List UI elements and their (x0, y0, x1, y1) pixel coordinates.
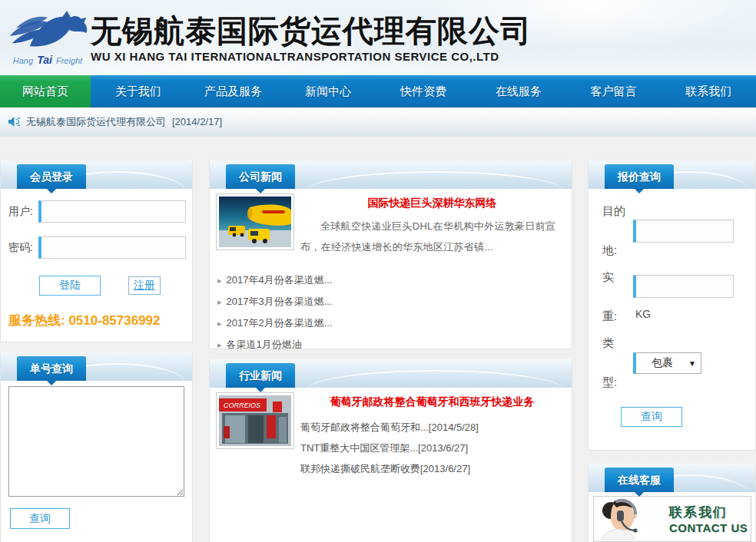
contact-us-en: CONTACT US (669, 521, 748, 534)
company-news-title: 公司新闻 (226, 164, 295, 189)
industry-news-header: 行业新闻 (210, 359, 572, 388)
tracking-query-title: 单号查询 (17, 356, 86, 381)
page-root: Hang Tai Freight 无锡航泰国际货运代理有限公司 WU XI HA… (0, 0, 756, 542)
online-service-title: 在线客服 (605, 468, 674, 492)
nav-item-about[interactable]: 关于我们 (91, 75, 186, 107)
panel-tracking-query: 单号查询 查询 (0, 352, 193, 542)
company-news-list-item[interactable]: ▸2017年4月份各渠道燃... (217, 269, 572, 291)
destination-label: 目的地: (602, 200, 633, 263)
company-title-cn: 无锡航泰国际货运代理有限公司 (91, 14, 532, 48)
weight-unit: KG (635, 308, 748, 320)
left-column: 会员登录 用户: 密码: 登陆 注册 服务热线: 0510-85 (0, 160, 193, 542)
panel-quote-query: 报价查询 目的地: 实重: KG 类型: (588, 160, 756, 451)
panel-industry-news: 行业新闻 CORREIOS (209, 359, 572, 542)
company-news-summary: 全球航空快递业巨头DHL在华机构中外运敦豪日前宣布，在经济快速增长的华东地区江苏… (300, 216, 564, 257)
service-hotline: 服务热线: 0510-85736992 (8, 312, 192, 329)
company-news-list: ▸2017年4月份各渠道燃... ▸2017年3月份各渠道燃... ▸2017年… (217, 269, 572, 355)
type-label: 类型: (602, 332, 633, 395)
chevron-down-icon: ▼ (688, 359, 696, 368)
tracking-query-body: 查询 (1, 381, 192, 542)
nav-item-home[interactable]: 网站首页 (0, 75, 91, 107)
quote-query-body: 目的地: 实重: KG 类型: 包裹 (589, 189, 755, 450)
industry-news-photo[interactable]: CORREIOS (216, 392, 294, 449)
company-news-list-item[interactable]: ▸2017年3月份各渠道燃... (217, 291, 572, 312)
bullet-icon: ▸ (217, 276, 222, 285)
announcement-link[interactable]: 无锡航泰国际货运代理有限公司 (26, 115, 166, 129)
logo-tagline: Hang Tai Freight (13, 54, 82, 66)
nav-item-products[interactable]: 产品及服务 (186, 75, 281, 107)
panel-online-service: 在线客服 (588, 464, 756, 542)
nav-item-news-center[interactable]: 新闻中心 (280, 75, 376, 107)
panel-member-login: 会员登录 用户: 密码: 登陆 注册 服务热线: 0510-85 (0, 160, 193, 342)
quote-query-header: 报价查询 (589, 160, 755, 189)
login-button[interactable]: 登陆 (39, 276, 101, 296)
horse-logo-icon (7, 9, 88, 57)
tracking-query-button[interactable]: 查询 (10, 508, 70, 529)
tracking-query-header: 单号查询 (1, 352, 192, 381)
company-news-header: 公司新闻 (210, 160, 572, 189)
company-news-body: 国际快递巨头深耕华东网络 全球航空快递业巨头DHL在华机构中外运敦豪日前宣布，在… (210, 189, 572, 349)
svg-text:CORREIOS: CORREIOS (224, 402, 260, 409)
register-button[interactable]: 注册 (128, 276, 161, 295)
password-input[interactable] (38, 236, 186, 259)
industry-news-list: 葡萄牙邮政将整合葡萄牙和...[2014/5/28] TNT重整大中国区管理架.… (300, 417, 564, 479)
industry-news-title: 行业新闻 (226, 363, 295, 388)
password-label: 密码: (8, 241, 38, 255)
nav-item-contact[interactable]: 联系我们 (661, 75, 756, 107)
package-type-select[interactable]: 包裹 ▼ (633, 352, 701, 374)
quote-query-button[interactable]: 查询 (621, 407, 682, 427)
member-login-header: 会员登录 (1, 160, 192, 189)
announcement-date: [2014/2/17] (172, 116, 222, 127)
nav-item-guestbook[interactable]: 客户留言 (566, 75, 662, 107)
site-header: Hang Tai Freight 无锡航泰国际货运代理有限公司 WU XI HA… (0, 0, 756, 75)
company-news-list-item[interactable]: ▸2017年2月份各渠道燃... (217, 312, 572, 334)
weight-input[interactable] (633, 275, 734, 298)
bullet-icon: ▸ (217, 297, 222, 306)
company-title-en: WU XI HANG TAI ITERNATIONALTRANSPORTATIO… (91, 50, 532, 63)
weight-label: 实重: (602, 266, 633, 329)
member-login-title: 会员登录 (17, 164, 86, 189)
panel-company-news: 公司新闻 (209, 160, 572, 349)
bullet-icon: ▸ (217, 319, 222, 328)
company-logo: Hang Tai Freight (0, 9, 91, 66)
company-news-photo[interactable] (216, 193, 294, 250)
middle-column: 公司新闻 (209, 160, 572, 542)
nav-item-online-service[interactable]: 在线服务 (471, 75, 566, 107)
industry-news-list-item[interactable]: 联邦快递撕破民航垄断收费[2013/6/27] (300, 458, 564, 479)
industry-news-body: CORREIOS (210, 388, 572, 542)
industry-news-list-item[interactable]: 葡萄牙邮政将整合葡萄牙和...[2014/5/28] (300, 417, 564, 438)
username-label: 用户: (8, 205, 38, 219)
title-block: 无锡航泰国际货运代理有限公司 WU XI HANG TAI ITERNATION… (91, 12, 532, 63)
nav-item-express-rates[interactable]: 快件资费 (376, 75, 471, 107)
speaker-icon (8, 116, 20, 127)
bullet-icon: ▸ (217, 340, 222, 349)
package-type-value: 包裹 (636, 356, 688, 370)
industry-news-list-item[interactable]: TNT重整大中国区管理架...[2013/6/27] (300, 438, 564, 458)
hotline-number: 0510-85736992 (68, 313, 160, 328)
announcement-bar: 无锡航泰国际货运代理有限公司 [2014/2/17] (0, 107, 756, 137)
main-nav: 网站首页 关于我们 产品及服务 新闻中心 快件资费 在线服务 客户留言 联系我们 (0, 75, 756, 107)
destination-input[interactable] (633, 220, 734, 243)
right-column: 报价查询 目的地: 实重: KG 类型: (588, 160, 756, 542)
quote-query-title: 报价查询 (605, 164, 674, 189)
main-content: 会员登录 用户: 密码: 登陆 注册 服务热线: 0510-85 (0, 137, 756, 542)
online-service-header: 在线客服 (589, 464, 755, 492)
